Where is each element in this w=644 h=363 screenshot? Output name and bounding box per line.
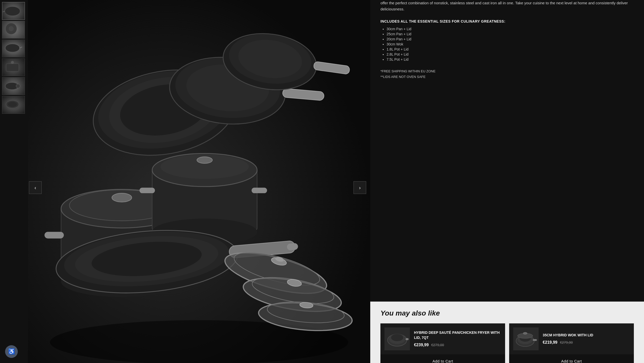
svg-rect-43 (139, 188, 155, 193)
product-1-price-row: €239,99 €279,00 (414, 343, 501, 347)
you-may-also-like-section: You may also like (370, 302, 644, 363)
includes-item-1: 30cm Pan + Lid (387, 27, 634, 31)
svg-point-3 (9, 26, 14, 31)
product-card-2-top: 35CM HYBRID WOK WITH LID €219,99 €279,00 (509, 323, 634, 354)
product-2-info: 35CM HYBRID WOK WITH LID €219,99 €279,00 (543, 333, 630, 345)
right-content: offer the perfect combination of nonstic… (370, 0, 644, 363)
shipping-info: *FREE SHIPPING WITHIN EU ZONE **LIDS ARE… (380, 69, 634, 80)
svg-point-4 (5, 44, 20, 52)
shipping-line-1: *FREE SHIPPING WITHIN EU ZONE (380, 69, 634, 74)
main-product-image-area: ‹ › (28, 0, 370, 363)
includes-item-7: 7.5L Pot + Lid (387, 57, 634, 61)
svg-point-7 (11, 61, 14, 64)
includes-item-5: 1.8L Pot + Lid (387, 47, 634, 51)
thumbnail-3[interactable] (2, 40, 25, 57)
thumbnails-column (0, 0, 28, 363)
svg-point-0 (5, 7, 20, 16)
thumbnail-1[interactable] (2, 2, 25, 20)
product-card-1: HYBRID DEEP SAUTÉ PAN/CHICKEN FRYER WITH… (380, 323, 505, 363)
next-image-button[interactable]: › (353, 181, 366, 194)
description-text: offer the perfect combination of nonstic… (380, 0, 634, 12)
svg-line-1 (3, 11, 5, 12)
content-row: ‹ › offer the perfect combination of non… (0, 0, 644, 363)
thumbnail-2[interactable] (2, 21, 25, 39)
svg-point-11 (8, 102, 17, 107)
product-2-add-to-cart-button[interactable]: Add to Cart (509, 354, 634, 363)
svg-line-5 (20, 47, 22, 48)
svg-rect-35 (44, 232, 64, 238)
product-1-thumbnail (384, 327, 410, 350)
accessibility-icon: ♿ (8, 348, 15, 355)
svg-rect-72 (533, 339, 537, 341)
left-panel: ‹ › (0, 0, 370, 363)
thumbnail-5[interactable] (2, 77, 25, 95)
section-title: You may also like (380, 309, 634, 317)
includes-item-3: 20cm Pan + Lid (387, 37, 634, 41)
svg-point-9 (16, 84, 20, 88)
product-1-add-to-cart-button[interactable]: Add to Cart (380, 354, 505, 363)
svg-rect-65 (406, 338, 409, 340)
includes-heading: INCLUDES ALL THE ESSENTIAL SIZES FOR CUL… (380, 19, 634, 23)
thumbnail-6[interactable] (2, 96, 25, 114)
product-2-price-original: €279,00 (560, 340, 573, 344)
includes-item-2: 25cm Pan + Lid (387, 32, 634, 36)
includes-item-6: 2.8L Pot + Lid (387, 52, 634, 56)
product-1-name: HYBRID DEEP SAUTÉ PAN/CHICKEN FRYER WITH… (414, 330, 501, 340)
product-2-price-row: €219,99 €279,00 (543, 340, 630, 345)
product-card-1-top: HYBRID DEEP SAUTÉ PAN/CHICKEN FRYER WITH… (380, 323, 505, 354)
thumbnail-4[interactable] (2, 58, 25, 76)
product-1-info: HYBRID DEEP SAUTÉ PAN/CHICKEN FRYER WITH… (414, 330, 501, 347)
product-1-price-current: €239,99 (414, 343, 429, 347)
product-2-name: 35CM HYBRID WOK WITH LID (543, 333, 630, 338)
includes-list: 30cm Pan + Lid 25cm Pan + Lid 20cm Pan +… (380, 27, 634, 61)
svg-point-42 (197, 157, 212, 163)
svg-point-71 (523, 332, 527, 334)
product-1-price-original: €279,00 (431, 343, 444, 347)
products-grid: HYBRID DEEP SAUTÉ PAN/CHICKEN FRYER WITH… (380, 323, 634, 363)
page-wrapper: ‹ › offer the perfect combination of non… (0, 0, 644, 363)
svg-rect-6 (6, 64, 19, 71)
svg-rect-44 (252, 188, 267, 193)
product-2-thumbnail (513, 327, 539, 350)
accessibility-button[interactable]: ♿ (5, 345, 18, 358)
svg-point-34 (112, 193, 132, 202)
svg-point-64 (391, 334, 403, 341)
includes-item-4: 30cm Wok (387, 42, 634, 46)
product-details-section: offer the perfect combination of nonstic… (370, 0, 644, 302)
prev-arrow-icon: ‹ (35, 185, 36, 191)
prev-image-button[interactable]: ‹ (29, 181, 42, 194)
product-card-2: 35CM HYBRID WOK WITH LID €219,99 €279,00… (509, 323, 634, 363)
next-arrow-icon: › (359, 185, 361, 191)
shipping-line-2: **LIDS ARE NOT OVEN SAFE (380, 74, 634, 80)
product-2-price-current: €219,99 (543, 340, 557, 345)
